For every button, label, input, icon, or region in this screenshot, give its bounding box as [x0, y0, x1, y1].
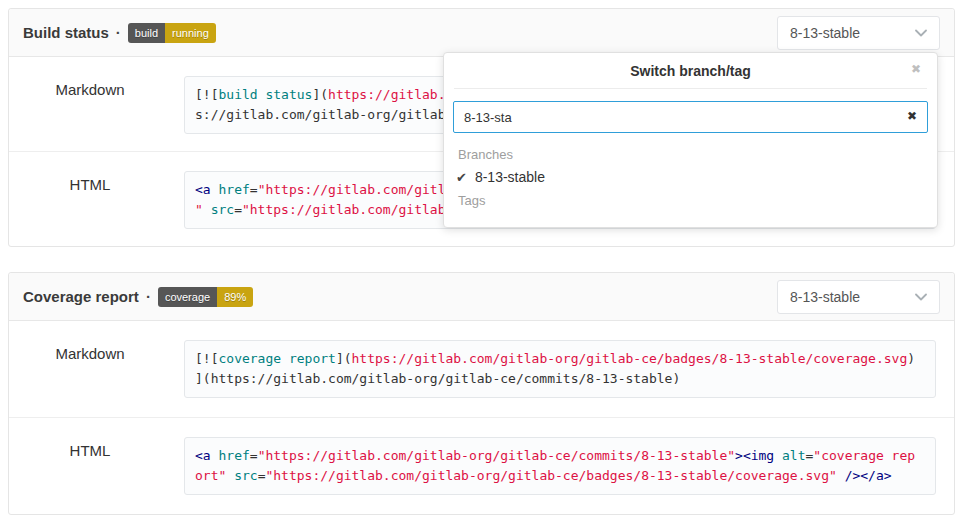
panel-title: Coverage report	[23, 288, 139, 305]
row-label-html: HTML	[9, 152, 171, 246]
title-separator: ·	[116, 24, 121, 41]
badge-value: running	[165, 23, 216, 43]
html-row: HTML <a href="https://gitlab.com/gitlab-…	[9, 417, 954, 514]
html-code-block: <a href="https://gitlab.com/gitlab-org/g…	[184, 437, 936, 495]
switch-branch-popup: Switch branch/tag ✖ ✖ Branches ✔ 8-13-st…	[443, 52, 938, 228]
branch-item-8-13-stable[interactable]: ✔ 8-13-stable	[444, 165, 937, 189]
branch-item-label: 8-13-stable	[475, 169, 545, 185]
clear-search-icon[interactable]: ✖	[907, 110, 917, 122]
branch-selector-value: 8-13-stable	[790, 289, 860, 305]
row-label-html: HTML	[9, 418, 171, 514]
build-status-badge: build running	[128, 23, 216, 43]
close-icon[interactable]: ✖	[911, 63, 921, 75]
badge-label: build	[128, 23, 165, 43]
branch-selector-coverage[interactable]: 8-13-stable	[777, 280, 940, 314]
coverage-report-panel: Coverage report · coverage 89% 8-13-stab…	[8, 272, 955, 515]
markdown-code-block: [![coverage report](https://gitlab.com/g…	[184, 340, 936, 398]
branch-selector-value: 8-13-stable	[790, 25, 860, 41]
build-status-header: Build status · build running 8-13-stable	[9, 9, 954, 57]
check-icon: ✔	[456, 170, 467, 185]
panel-title: Build status	[23, 24, 109, 41]
row-label-markdown: Markdown	[9, 321, 171, 417]
badge-label: coverage	[158, 287, 217, 307]
chevron-down-icon	[915, 293, 927, 301]
row-label-markdown: Markdown	[9, 57, 171, 151]
branch-selector-build[interactable]: 8-13-stable	[777, 16, 940, 50]
branches-section-header: Branches	[444, 143, 937, 165]
chevron-down-icon	[915, 29, 927, 37]
branch-search-input[interactable]	[453, 101, 928, 133]
markdown-row: Markdown [![coverage report](https://git…	[9, 321, 954, 417]
coverage-report-header: Coverage report · coverage 89% 8-13-stab…	[9, 273, 954, 321]
popup-title: Switch branch/tag	[454, 53, 927, 89]
coverage-badge: coverage 89%	[158, 287, 253, 307]
branch-list: Branches ✔ 8-13-stable Tags	[444, 143, 937, 219]
title-separator: ·	[146, 288, 151, 305]
tags-section-header: Tags	[444, 189, 937, 211]
badge-value: 89%	[217, 287, 253, 307]
